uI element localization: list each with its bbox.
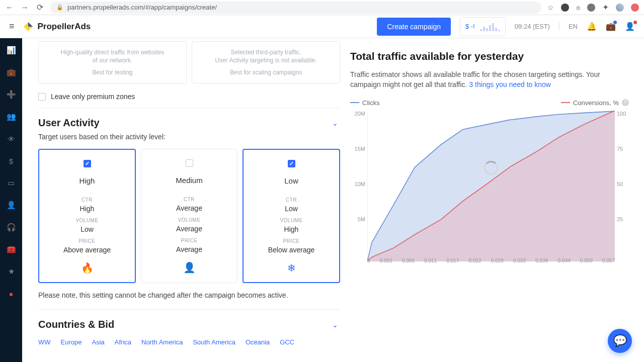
activity-card-low[interactable]: Low CTR Low VOLUME High PRICE Below aver… (243, 149, 340, 283)
region-oceania[interactable]: Oceania (246, 338, 270, 346)
traffic-card-thirdparty[interactable]: Selected third-party traffic. User Activ… (192, 41, 340, 83)
sidebar-audience-icon[interactable]: 👥 (6, 112, 16, 122)
user-activity-title: User Activity (38, 117, 100, 129)
sidebar: 📊 💼 ➕ 👥 👁 $ ▭ 👤 🎧 🧰 ★ ● (0, 38, 22, 362)
sidebar-tools-icon[interactable]: 🧰 (6, 244, 16, 254)
time-display: 09:24 (EST) (515, 23, 550, 30)
estimator-title: Total traffic available for yesterday (350, 50, 629, 62)
forward-icon[interactable]: → (20, 3, 29, 12)
lock-icon: 🔒 (56, 4, 63, 11)
sidebar-campaigns-icon[interactable]: 💼 (6, 67, 16, 77)
brand-text: PropellerAds (38, 22, 91, 32)
region-gcc[interactable]: GCC (280, 338, 294, 346)
sidebar-profile-icon[interactable]: 👤 (6, 200, 16, 210)
countries-title: Countries & Bid (38, 319, 114, 330)
sidebar-stats-icon[interactable]: 📊 (6, 45, 16, 55)
fire-icon: 🔥 (44, 262, 130, 274)
snowflake-icon: ❄ (249, 262, 334, 274)
logo-icon (22, 20, 35, 33)
legend-conversions: Conversions, % ? (561, 99, 629, 107)
region-europe[interactable]: Europe (61, 338, 82, 346)
menu-icon[interactable]: ≡ (9, 21, 15, 32)
checkbox-icon[interactable] (38, 93, 46, 101)
sidebar-rec-icon[interactable]: ● (6, 289, 16, 299)
balance-chart-icon (480, 22, 500, 31)
premium-zones-checkbox[interactable]: Leave only premium zones (38, 93, 340, 101)
activity-card-medium[interactable]: Medium CTR Average VOLUME Average PRICE … (141, 149, 237, 283)
user-activity-subtitle: Target users based on their activity lev… (38, 133, 340, 141)
url-text: partners.propellerads.com/#/app/campaign… (67, 4, 217, 11)
sidebar-add-icon[interactable]: ➕ (6, 89, 16, 100)
region-south-america[interactable]: South America (193, 338, 235, 346)
estimator-desc: Traffic estimator shows all available tr… (350, 69, 629, 90)
avatar-icon[interactable] (616, 4, 624, 12)
loading-spinner-icon (484, 161, 498, 175)
person-icon: 👤 (146, 261, 232, 274)
help-icon[interactable]: ? (622, 99, 629, 106)
sidebar-support-icon[interactable]: 🎧 (6, 222, 16, 232)
region-ww[interactable]: WW (38, 338, 51, 346)
chat-fab[interactable]: 💬 (608, 329, 632, 353)
traffic-card-direct[interactable]: High-quality direct traffic from website… (38, 41, 187, 83)
sidebar-finance-icon[interactable]: $ (6, 156, 16, 166)
region-africa[interactable]: Africa (115, 338, 131, 346)
url-bar[interactable]: 🔒 partners.propellerads.com/#/app/campai… (50, 2, 541, 14)
balance-text: $ -! (465, 23, 475, 30)
checkbox-medium[interactable] (186, 159, 193, 167)
checkbox-low[interactable] (288, 160, 295, 167)
right-panel: Total traffic available for yesterday Tr… (340, 38, 644, 362)
reload-icon[interactable]: ⟳ (35, 3, 44, 12)
chevron-down-icon[interactable]: ⌄ (332, 321, 338, 329)
checkbox-high[interactable] (84, 160, 91, 167)
left-panel: High-quality direct traffic from website… (22, 38, 340, 362)
user-icon[interactable]: 👤 (625, 22, 635, 31)
app-header: ≡ PropellerAds Create campaign $ -! 09:2… (0, 15, 644, 38)
puzzle-icon[interactable]: ✦ (602, 3, 609, 12)
chat-icon: 💬 (613, 334, 627, 347)
sidebar-star-icon[interactable]: ★ (6, 266, 16, 277)
logo[interactable]: PropellerAds (22, 20, 91, 33)
sidebar-wallet-icon[interactable]: ▭ (6, 178, 16, 188)
region-links: WW Europe Asia Africa North America Sout… (38, 338, 340, 346)
balance-box[interactable]: $ -! (460, 17, 506, 36)
activity-card-high[interactable]: High CTR High VOLUME Low PRICE Above ave… (38, 149, 136, 283)
legend-clicks: Clicks (350, 99, 380, 107)
chevron-down-icon[interactable]: ⌄ (332, 119, 338, 127)
ext-icon-3[interactable] (631, 4, 639, 12)
briefcase-icon[interactable]: 💼 (606, 22, 616, 31)
bell-icon[interactable]: 🔔 (587, 22, 597, 31)
estimator-link[interactable]: 3 things you need to know (469, 80, 551, 88)
create-campaign-button[interactable]: Create campaign (377, 18, 451, 36)
user-activity-note: Please note, this setting cannot be chan… (38, 291, 340, 299)
back-icon[interactable]: ← (5, 3, 14, 12)
ext-icon-2[interactable] (587, 4, 595, 12)
lang-selector[interactable]: EN (559, 23, 578, 30)
ext-icon-1[interactable] (561, 4, 569, 12)
chrome-extensions: ☆ ⌾ ✦ (547, 3, 639, 12)
star-icon[interactable]: ☆ (547, 4, 554, 12)
browser-chrome: ← → ⟳ 🔒 partners.propellerads.com/#/app/… (0, 0, 644, 15)
region-north-america[interactable]: North America (141, 338, 183, 346)
region-asia[interactable]: Asia (92, 338, 104, 346)
camera-icon[interactable]: ⌾ (576, 4, 580, 12)
sidebar-eye-icon[interactable]: 👁 (6, 134, 16, 144)
traffic-chart: 20M 15M 10M 5M 100 75 50 25 (367, 111, 615, 261)
